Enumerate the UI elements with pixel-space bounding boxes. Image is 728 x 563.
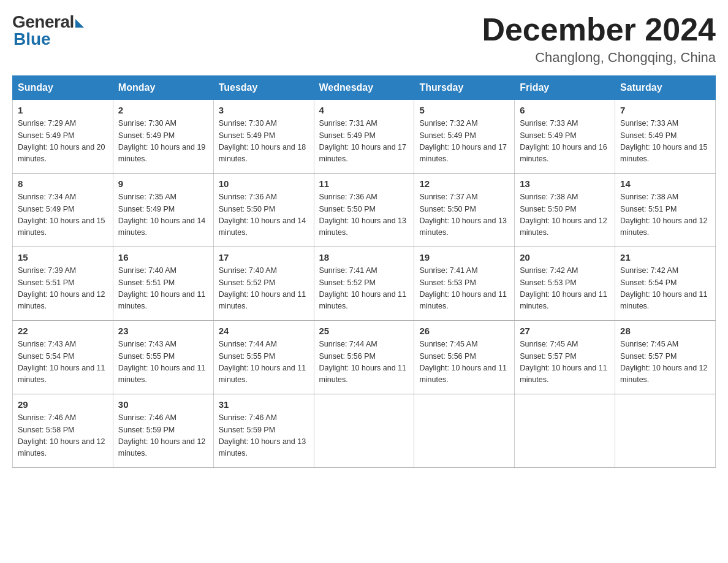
calendar-cell: 14Sunrise: 7:38 AMSunset: 5:51 PMDayligh…	[615, 174, 716, 247]
header-thursday: Thursday	[414, 76, 515, 100]
day-info: Sunrise: 7:42 AMSunset: 5:53 PMDaylight:…	[520, 265, 610, 313]
day-number: 14	[620, 178, 710, 189]
calendar-cell: 22Sunrise: 7:43 AMSunset: 5:54 PMDayligh…	[13, 321, 113, 394]
day-number: 24	[219, 326, 309, 336]
day-number: 4	[319, 105, 409, 115]
calendar-cell: 25Sunrise: 7:44 AMSunset: 5:56 PMDayligh…	[314, 321, 414, 394]
day-info: Sunrise: 7:41 AMSunset: 5:53 PMDaylight:…	[419, 265, 509, 313]
day-number: 19	[419, 252, 509, 262]
header-friday: Friday	[515, 76, 615, 100]
day-info: Sunrise: 7:33 AMSunset: 5:49 PMDaylight:…	[620, 118, 710, 166]
calendar-cell: 26Sunrise: 7:45 AMSunset: 5:56 PMDayligh…	[414, 321, 515, 394]
calendar-cell: 10Sunrise: 7:36 AMSunset: 5:50 PMDayligh…	[213, 174, 314, 247]
calendar-cell: 29Sunrise: 7:46 AMSunset: 5:58 PMDayligh…	[13, 394, 113, 468]
header-saturday: Saturday	[615, 76, 716, 100]
calendar-cell: 13Sunrise: 7:38 AMSunset: 5:50 PMDayligh…	[515, 174, 615, 247]
day-number: 3	[219, 105, 309, 115]
day-info: Sunrise: 7:46 AMSunset: 5:59 PMDaylight:…	[118, 412, 208, 460]
day-info: Sunrise: 7:30 AMSunset: 5:49 PMDaylight:…	[219, 118, 309, 166]
day-info: Sunrise: 7:35 AMSunset: 5:49 PMDaylight:…	[118, 191, 208, 239]
calendar-week-row: 15Sunrise: 7:39 AMSunset: 5:51 PMDayligh…	[13, 247, 716, 321]
day-info: Sunrise: 7:46 AMSunset: 5:58 PMDaylight:…	[18, 412, 108, 460]
day-info: Sunrise: 7:43 AMSunset: 5:55 PMDaylight:…	[118, 339, 208, 386]
calendar-cell: 28Sunrise: 7:45 AMSunset: 5:57 PMDayligh…	[615, 321, 716, 394]
day-number: 22	[18, 326, 108, 336]
logo: General Blue	[12, 12, 84, 49]
calendar-cell: 27Sunrise: 7:45 AMSunset: 5:57 PMDayligh…	[515, 321, 615, 394]
day-info: Sunrise: 7:40 AMSunset: 5:52 PMDaylight:…	[219, 265, 309, 313]
day-number: 9	[118, 178, 208, 189]
day-info: Sunrise: 7:45 AMSunset: 5:57 PMDaylight:…	[520, 339, 610, 386]
header-wednesday: Wednesday	[314, 76, 414, 100]
day-number: 8	[18, 178, 108, 189]
calendar-cell: 23Sunrise: 7:43 AMSunset: 5:55 PMDayligh…	[113, 321, 213, 394]
day-info: Sunrise: 7:39 AMSunset: 5:51 PMDaylight:…	[18, 265, 108, 313]
day-number: 7	[620, 105, 710, 115]
logo-arrow-icon	[75, 19, 84, 28]
logo-blue-text: Blue	[12, 29, 51, 49]
day-info: Sunrise: 7:29 AMSunset: 5:49 PMDaylight:…	[18, 118, 108, 166]
day-info: Sunrise: 7:40 AMSunset: 5:51 PMDaylight:…	[118, 265, 208, 313]
day-info: Sunrise: 7:33 AMSunset: 5:49 PMDaylight:…	[520, 118, 610, 166]
day-info: Sunrise: 7:36 AMSunset: 5:50 PMDaylight:…	[219, 191, 309, 239]
calendar-cell	[515, 394, 615, 468]
day-info: Sunrise: 7:31 AMSunset: 5:49 PMDaylight:…	[319, 118, 409, 166]
calendar-cell: 9Sunrise: 7:35 AMSunset: 5:49 PMDaylight…	[113, 174, 213, 247]
day-number: 26	[419, 326, 509, 336]
day-info: Sunrise: 7:38 AMSunset: 5:50 PMDaylight:…	[520, 191, 610, 239]
calendar-cell	[414, 394, 515, 468]
calendar-cell: 19Sunrise: 7:41 AMSunset: 5:53 PMDayligh…	[414, 247, 515, 321]
calendar-cell: 18Sunrise: 7:41 AMSunset: 5:52 PMDayligh…	[314, 247, 414, 321]
calendar-cell: 12Sunrise: 7:37 AMSunset: 5:50 PMDayligh…	[414, 174, 515, 247]
header-monday: Monday	[113, 76, 213, 100]
calendar-cell: 4Sunrise: 7:31 AMSunset: 5:49 PMDaylight…	[314, 100, 414, 174]
day-number: 27	[520, 326, 610, 336]
day-number: 18	[319, 252, 409, 262]
day-number: 31	[219, 399, 309, 410]
calendar-cell: 31Sunrise: 7:46 AMSunset: 5:59 PMDayligh…	[213, 394, 314, 468]
day-info: Sunrise: 7:44 AMSunset: 5:55 PMDaylight:…	[219, 339, 309, 386]
day-info: Sunrise: 7:45 AMSunset: 5:57 PMDaylight:…	[620, 339, 710, 386]
calendar-cell: 16Sunrise: 7:40 AMSunset: 5:51 PMDayligh…	[113, 247, 213, 321]
day-info: Sunrise: 7:43 AMSunset: 5:54 PMDaylight:…	[18, 339, 108, 386]
calendar-cell: 6Sunrise: 7:33 AMSunset: 5:49 PMDaylight…	[515, 100, 615, 174]
day-number: 6	[520, 105, 610, 115]
day-info: Sunrise: 7:36 AMSunset: 5:50 PMDaylight:…	[319, 191, 409, 239]
title-block: December 2024 Changlong, Chongqing, Chin…	[482, 12, 716, 66]
day-info: Sunrise: 7:38 AMSunset: 5:51 PMDaylight:…	[620, 191, 710, 239]
calendar-cell	[615, 394, 716, 468]
day-number: 17	[219, 252, 309, 262]
day-number: 15	[18, 252, 108, 262]
calendar-cell: 7Sunrise: 7:33 AMSunset: 5:49 PMDaylight…	[615, 100, 716, 174]
day-number: 29	[18, 399, 108, 410]
calendar-cell: 15Sunrise: 7:39 AMSunset: 5:51 PMDayligh…	[13, 247, 113, 321]
day-info: Sunrise: 7:30 AMSunset: 5:49 PMDaylight:…	[118, 118, 208, 166]
day-number: 12	[419, 178, 509, 189]
page-header: General Blue December 2024 Changlong, Ch…	[12, 12, 716, 66]
day-number: 10	[219, 178, 309, 189]
calendar-week-row: 8Sunrise: 7:34 AMSunset: 5:49 PMDaylight…	[13, 174, 716, 247]
calendar-cell: 24Sunrise: 7:44 AMSunset: 5:55 PMDayligh…	[213, 321, 314, 394]
calendar-cell: 5Sunrise: 7:32 AMSunset: 5:49 PMDaylight…	[414, 100, 515, 174]
day-info: Sunrise: 7:37 AMSunset: 5:50 PMDaylight:…	[419, 191, 509, 239]
day-info: Sunrise: 7:34 AMSunset: 5:49 PMDaylight:…	[18, 191, 108, 239]
day-info: Sunrise: 7:46 AMSunset: 5:59 PMDaylight:…	[219, 412, 309, 460]
day-info: Sunrise: 7:44 AMSunset: 5:56 PMDaylight:…	[319, 339, 409, 386]
calendar-week-row: 1Sunrise: 7:29 AMSunset: 5:49 PMDaylight…	[13, 100, 716, 174]
day-number: 13	[520, 178, 610, 189]
day-number: 21	[620, 252, 710, 262]
calendar-cell: 8Sunrise: 7:34 AMSunset: 5:49 PMDaylight…	[13, 174, 113, 247]
calendar-cell: 21Sunrise: 7:42 AMSunset: 5:54 PMDayligh…	[615, 247, 716, 321]
header-tuesday: Tuesday	[213, 76, 314, 100]
day-info: Sunrise: 7:45 AMSunset: 5:56 PMDaylight:…	[419, 339, 509, 386]
day-number: 11	[319, 178, 409, 189]
day-info: Sunrise: 7:42 AMSunset: 5:54 PMDaylight:…	[620, 265, 710, 313]
day-number: 30	[118, 399, 208, 410]
calendar-header-row: SundayMondayTuesdayWednesdayThursdayFrid…	[13, 76, 716, 100]
calendar-cell: 3Sunrise: 7:30 AMSunset: 5:49 PMDaylight…	[213, 100, 314, 174]
calendar-cell: 11Sunrise: 7:36 AMSunset: 5:50 PMDayligh…	[314, 174, 414, 247]
day-number: 20	[520, 252, 610, 262]
calendar-cell: 1Sunrise: 7:29 AMSunset: 5:49 PMDaylight…	[13, 100, 113, 174]
day-number: 28	[620, 326, 710, 336]
calendar-cell	[314, 394, 414, 468]
